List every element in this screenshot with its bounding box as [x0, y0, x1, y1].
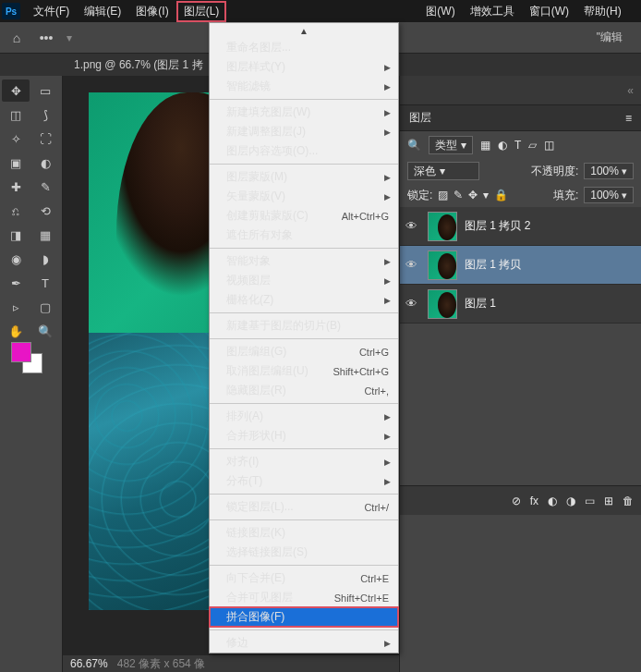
visibility-icon[interactable]: 👁 — [405, 297, 420, 311]
heal-tool[interactable]: ✚ — [2, 176, 30, 198]
history-tool[interactable]: ⟲ — [31, 200, 59, 222]
visibility-icon[interactable]: 👁 — [405, 258, 420, 272]
shape-tool[interactable]: ▢ — [31, 296, 59, 318]
layer-name[interactable]: 图层 1 拷贝 2 — [465, 218, 530, 234]
artboard-tool[interactable]: ▭ — [31, 79, 59, 102]
menu-item-图层内容选项(O)...: 图层内容选项(O)... — [210, 141, 398, 161]
menu-item-创建剪贴蒙版(C)[interactable]: 创建剪贴蒙版(C)Alt+Ctrl+G — [210, 206, 398, 226]
foreground-swatch[interactable] — [11, 342, 31, 362]
dodge-tool[interactable]: ◗ — [31, 248, 59, 270]
menu-窗口(W)[interactable]: 窗口(W) — [522, 1, 576, 22]
menu-item-图层蒙版(M)[interactable]: 图层蒙版(M) — [210, 167, 398, 187]
menu-item-图层编组(G)[interactable]: 图层编组(G)Ctrl+G — [210, 342, 398, 361]
opacity-value[interactable]: 100% ▾ — [584, 163, 634, 179]
filter-pixel-icon[interactable]: ▦ — [480, 139, 490, 152]
marquee-tool[interactable]: ◫ — [2, 104, 30, 126]
more-icon[interactable]: ••• — [37, 29, 55, 47]
right-panels: « 图层 ≡ 🔍 类型▾ ▦ ◐ T ▱ ◫ 深色▾ 不透明度: 100% ▾ … — [399, 76, 641, 672]
menu-item-对齐(I)[interactable]: 对齐(I) — [210, 452, 398, 471]
layer-filter-row: 🔍 类型▾ ▦ ◐ T ▱ ◫ — [400, 131, 641, 159]
lasso-tool[interactable]: ⟆ — [31, 104, 59, 126]
menu-item-图层样式(Y)[interactable]: 图层样式(Y) — [210, 57, 398, 77]
layer-name[interactable]: 图层 1 — [465, 296, 496, 312]
layer-thumb[interactable] — [428, 212, 457, 241]
layer-row[interactable]: 👁图层 1 — [400, 285, 641, 324]
filter-type-select[interactable]: 类型▾ — [429, 136, 473, 154]
menu-增效工具[interactable]: 增效工具 — [463, 1, 522, 22]
menu-编辑(E)[interactable]: 编辑(E) — [77, 1, 128, 22]
blend-opacity-row: 深色▾ 不透明度: 100% ▾ — [400, 159, 641, 183]
menu-item-向下合并(E)[interactable]: 向下合并(E)Ctrl+E — [210, 568, 398, 588]
layer-row[interactable]: 👁图层 1 拷贝 — [400, 246, 641, 285]
filter-adjust-icon[interactable]: ◐ — [498, 139, 507, 152]
fill-value[interactable]: 100% ▾ — [584, 187, 634, 203]
hand-tool[interactable]: ✋ — [2, 320, 30, 342]
layer-thumb[interactable] — [428, 289, 457, 319]
link-icon[interactable]: ⊘ — [512, 495, 521, 507]
menu-item-合并可见图层[interactable]: 合并可见图层Shift+Ctrl+E — [210, 588, 398, 607]
blend-mode-select[interactable]: 深色▾ — [407, 162, 479, 180]
lock-trans-icon[interactable]: ▨ — [438, 189, 448, 202]
edit-label: "编辑 — [597, 30, 634, 45]
opacity-label: 不透明度: — [531, 164, 578, 179]
zoom-tool[interactable]: 🔍 — [31, 320, 59, 342]
new-layer-icon[interactable]: ⊞ — [604, 495, 613, 507]
lock-pixels-icon[interactable]: ✎ — [454, 189, 463, 202]
menu-item-修边[interactable]: 修边 — [210, 633, 398, 653]
menu-item-重命名图层...[interactable]: 重命名图层... — [210, 38, 398, 57]
menu-item-智能对象[interactable]: 智能对象 — [210, 251, 398, 271]
menu-图层(L)[interactable]: 图层(L) — [176, 1, 227, 22]
collapsed-panel[interactable]: « — [400, 76, 641, 105]
menu-item-视频图层[interactable]: 视频图层 — [210, 271, 398, 290]
type-tool[interactable]: T — [31, 272, 59, 294]
panel-menu-icon[interactable]: ≡ — [625, 112, 632, 125]
zoom-level[interactable]: 66.67% — [70, 657, 108, 670]
adjust-icon[interactable]: ◑ — [566, 495, 575, 507]
menu-item-隐藏图层(R)[interactable]: 隐藏图层(R)Ctrl+, — [210, 381, 398, 400]
scroll-up-icon[interactable]: ▲ — [210, 23, 398, 38]
layer-row[interactable]: 👁图层 1 拷贝 2 — [400, 207, 641, 246]
menu-item-矢量蒙版(V)[interactable]: 矢量蒙版(V) — [210, 187, 398, 206]
menu-item-新建基于图层的切片(B)[interactable]: 新建基于图层的切片(B) — [210, 316, 398, 336]
crop-tool[interactable]: ⛶ — [31, 128, 59, 150]
filter-shape-icon[interactable]: ▱ — [528, 139, 537, 152]
tools-panel: ✥▭ ◫⟆ ✧⛶ ▣◐ ✚✎ ⎌⟲ ◨▦ ◉◗ ✒T ▹▢ ✋🔍 ⋯ — [0, 76, 63, 672]
move-tool[interactable]: ✥ — [2, 79, 30, 102]
mask-icon[interactable]: ◐ — [548, 495, 557, 507]
delete-icon[interactable]: 🗑 — [623, 495, 634, 507]
stamp-tool[interactable]: ⎌ — [2, 200, 30, 222]
layer-name[interactable]: 图层 1 拷贝 — [465, 257, 521, 273]
layers-panel-header: 图层 ≡ — [400, 105, 641, 131]
menu-文件(F)[interactable]: 文件(F) — [26, 1, 77, 22]
menu-图像(I)[interactable]: 图像(I) — [128, 1, 175, 22]
menu-item-遮住所有对象[interactable]: 遮住所有对象 — [210, 226, 398, 245]
layers-tab[interactable]: 图层 — [409, 110, 431, 126]
path-tool[interactable]: ▹ — [2, 296, 30, 318]
eraser-tool[interactable]: ◨ — [2, 224, 30, 246]
filter-type-icon[interactable]: T — [514, 139, 521, 152]
menu-帮助(H)[interactable]: 帮助(H) — [576, 1, 629, 22]
gradient-tool[interactable]: ▦ — [31, 224, 59, 246]
home-icon[interactable]: ⌂ — [7, 29, 26, 47]
pen-tool[interactable]: ✒ — [2, 272, 30, 294]
lock-fill-row: 锁定: ▨ ✎ ✥ ▾ 🔒 填充: 100% ▾ — [400, 183, 641, 207]
group-icon[interactable]: ▭ — [585, 495, 595, 507]
layer-thumb[interactable] — [428, 250, 457, 280]
frame-tool[interactable]: ▣ — [2, 152, 30, 174]
menu-item-新建调整图层(J)[interactable]: 新建调整图层(J) — [210, 122, 398, 141]
blur-tool[interactable]: ◉ — [2, 248, 30, 270]
lock-all-icon[interactable]: 🔒 — [494, 189, 508, 202]
lock-nest-icon[interactable]: ▾ — [483, 189, 489, 202]
visibility-icon[interactable]: 👁 — [405, 219, 420, 233]
eyedrop-tool[interactable]: ◐ — [31, 152, 59, 174]
menu-item-排列(A)[interactable]: 排列(A) — [210, 407, 398, 426]
menu-图(W)[interactable]: 图(W) — [418, 1, 462, 22]
menu-item-拼合图像(F)[interactable]: 拼合图像(F) — [210, 607, 398, 627]
wand-tool[interactable]: ✧ — [2, 128, 30, 150]
lock-pos-icon[interactable]: ✥ — [468, 189, 478, 202]
menu-item-锁定图层(L)...[interactable]: 锁定图层(L)...Ctrl+/ — [210, 497, 398, 517]
brush-tool[interactable]: ✎ — [31, 176, 59, 198]
fx-icon[interactable]: fx — [530, 495, 538, 507]
filter-smart-icon[interactable]: ◫ — [544, 139, 554, 152]
menu-item-新建填充图层(W)[interactable]: 新建填充图层(W) — [210, 103, 398, 122]
